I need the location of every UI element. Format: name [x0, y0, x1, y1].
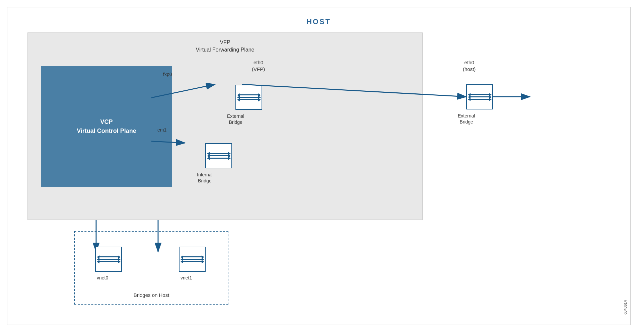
vfp-title-line1: VFP	[220, 39, 230, 45]
vcp-label: VCP Virtual Control Plane	[77, 117, 136, 136]
int-bridge-line-1	[210, 153, 228, 154]
eth0-host-label: eth0(host)	[463, 59, 476, 72]
vnet1-bridge-box	[179, 247, 206, 272]
internal-bridge-box	[205, 143, 232, 168]
vnet0-bridge-box	[95, 247, 122, 272]
vnet1-line-3	[183, 261, 202, 262]
vnet0-label: vnet0	[97, 275, 108, 280]
fxp0-label: fxp0	[163, 72, 172, 77]
watermark: g043614	[623, 300, 627, 315]
em1-label: em1	[157, 127, 166, 133]
vnet1-line-2	[183, 259, 202, 260]
bridge-line-2	[240, 97, 258, 98]
host-label: HOST	[7, 17, 630, 26]
vnet0-line-3	[99, 261, 118, 262]
external-bridge-1-box	[235, 85, 262, 110]
vcp-line2: Virtual Control Plane	[77, 128, 136, 134]
bridge-line-3	[240, 99, 258, 100]
vcp-line1: VCP	[100, 118, 113, 125]
eth0-vfp-label: eth0(VFP)	[252, 59, 265, 72]
ext2-bridge-line-2	[471, 96, 489, 97]
external-bridge-1-caption: ExternalBridge	[227, 113, 244, 125]
vfp-label: VFP Virtual Forwarding Plane	[28, 39, 422, 54]
vnet0-line-1	[99, 256, 118, 257]
bridges-on-host-label: Bridges on Host	[75, 292, 228, 298]
vfp-title-line2: Virtual Forwarding Plane	[196, 47, 255, 53]
external-bridge-2-caption: ExternalBridge	[458, 113, 475, 125]
int-bridge-line-2	[210, 155, 228, 156]
outer-border: HOST VFP Virtual Forwarding Plane VCP Vi…	[7, 7, 631, 325]
bridges-on-host-container: vnet0 vnet1 Bridges on Host	[74, 231, 228, 305]
internal-bridge-caption: InternalBridge	[197, 172, 213, 184]
bridge-line-1	[240, 94, 258, 95]
ext2-bridge-line-1	[471, 94, 489, 95]
int-bridge-line-3	[210, 158, 228, 159]
external-bridge-2-box	[466, 84, 493, 109]
vfp-container: VFP Virtual Forwarding Plane VCP Virtual…	[27, 32, 423, 220]
vnet1-line-1	[183, 256, 202, 257]
vnet1-label: vnet1	[181, 275, 192, 280]
ext2-bridge-line-3	[471, 99, 489, 100]
vnet0-line-2	[99, 259, 118, 260]
vcp-box: VCP Virtual Control Plane	[41, 66, 172, 187]
